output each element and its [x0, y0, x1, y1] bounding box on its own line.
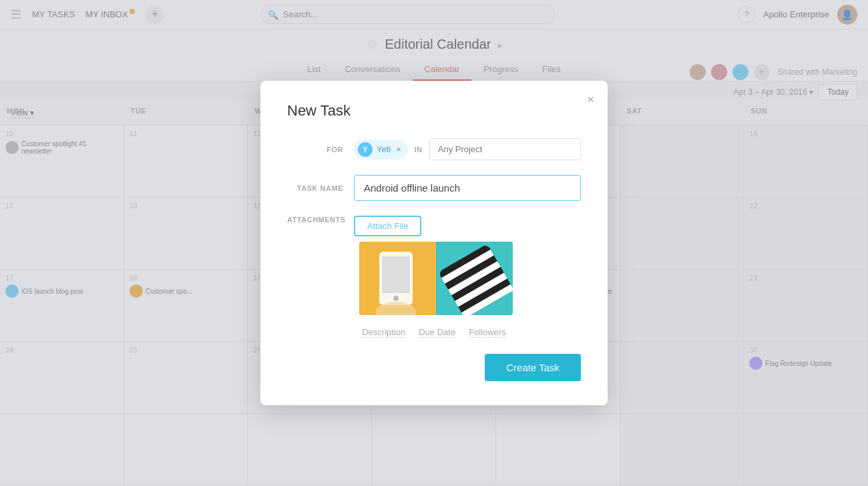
- new-task-modal: New Task × FOR Y Yeti × IN TASK NAME ATT…: [260, 81, 608, 405]
- modal-title: New Task: [287, 102, 581, 119]
- preview-image: [359, 242, 513, 315]
- assignee-chip[interactable]: Y Yeti ×: [354, 140, 408, 160]
- task-name-input[interactable]: [354, 175, 581, 201]
- attachments-area: Attach File: [354, 216, 513, 315]
- task-name-row: TASK NAME: [287, 175, 581, 201]
- preview-right-panel: [436, 242, 513, 315]
- phone-svg: [359, 242, 436, 315]
- for-row: FOR Y Yeti × IN: [287, 138, 581, 160]
- modal-close-button[interactable]: ×: [587, 93, 594, 107]
- attachments-row: ATTACHMENTS Attach File: [287, 216, 581, 315]
- attach-file-button[interactable]: Attach File: [354, 216, 421, 236]
- for-label: FOR: [287, 146, 354, 154]
- assignee-name: Yeti: [377, 144, 391, 154]
- attachments-label: ATTACHMENTS: [287, 216, 354, 224]
- assignee-remove-button[interactable]: ×: [396, 144, 401, 154]
- preview-left-panel: [359, 242, 436, 315]
- attachment-preview: [359, 242, 513, 315]
- assignee-avatar: Y: [358, 142, 373, 157]
- followers-option[interactable]: Followers: [469, 327, 506, 338]
- svg-point-3: [393, 296, 399, 301]
- project-input[interactable]: [429, 138, 581, 160]
- create-task-button[interactable]: Create Task: [485, 354, 581, 381]
- sleeve-svg: [436, 242, 513, 315]
- in-label: IN: [415, 146, 423, 154]
- due-date-option[interactable]: Due Date: [419, 327, 455, 338]
- svg-rect-2: [382, 256, 410, 293]
- for-in-group: Y Yeti × IN: [354, 138, 581, 160]
- task-name-label: TASK NAME: [287, 184, 354, 192]
- extra-options: Description Due Date Followers: [287, 327, 581, 338]
- create-task-row: Create Task: [287, 354, 581, 381]
- modal-overlay: New Task × FOR Y Yeti × IN TASK NAME ATT…: [0, 0, 868, 486]
- description-option[interactable]: Description: [362, 327, 405, 338]
